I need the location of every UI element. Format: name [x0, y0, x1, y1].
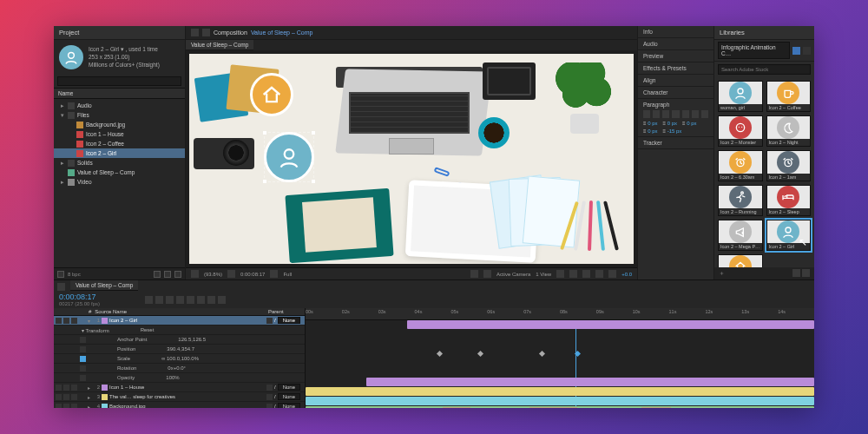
timeline-icon[interactable] — [595, 270, 603, 278]
timeline-layer-row[interactable]: ▸2Icon 1 – House/None — [54, 383, 305, 392]
current-time[interactable]: 0:00:08:17 — [240, 272, 265, 277]
mask-toggle-icon[interactable] — [483, 270, 491, 278]
timeline-timecode[interactable]: 0:00:08:17 — [59, 293, 100, 301]
composition-viewer[interactable] — [186, 50, 637, 267]
keyframe[interactable] — [437, 351, 443, 357]
library-asset[interactable]: Icon 1 – House — [718, 254, 763, 267]
lock-icon[interactable] — [202, 29, 210, 36]
snapshot-icon[interactable] — [270, 270, 278, 278]
layer-icon-girl-selected[interactable] — [264, 132, 314, 182]
new-comp-icon[interactable] — [154, 271, 161, 278]
library-asset[interactable]: Icon 2 – 6.30am — [718, 150, 763, 181]
views-dropdown[interactable]: 1 View — [536, 272, 551, 277]
fast-preview-icon[interactable] — [582, 270, 590, 278]
panel-header[interactable]: Character — [638, 87, 713, 99]
interpret-footage-icon[interactable] — [57, 271, 64, 278]
comp-name-link[interactable]: Value of Sleep – Comp — [251, 30, 312, 36]
shy-icon[interactable] — [176, 296, 184, 304]
comp-marker[interactable]: House Icon — [443, 407, 470, 408]
timeline-tab[interactable]: Value of Sleep – Comp — [70, 280, 138, 291]
timeline-layer-row[interactable]: Rotation0x+0.0° — [54, 364, 305, 373]
search-icon[interactable] — [145, 296, 153, 304]
library-asset[interactable]: Icon 2 – Girl — [766, 220, 811, 251]
new-folder-icon[interactable] — [164, 271, 171, 278]
graph-editor-icon[interactable] — [207, 296, 215, 304]
timeline-layer-row[interactable]: ▸3The val… sleep for creatives/None — [54, 392, 305, 402]
stopwatch-icon[interactable] — [80, 365, 86, 372]
libraries-tab[interactable]: Libraries — [714, 26, 814, 40]
frame-blend-icon[interactable] — [187, 296, 194, 304]
panel-header[interactable]: Info — [638, 26, 713, 38]
grid-view-icon[interactable] — [792, 47, 800, 55]
keyframe[interactable] — [539, 351, 545, 357]
timeline-layer-row[interactable]: Anchor Point126.5,126.5 — [54, 335, 305, 345]
project-item[interactable]: ▸Audio — [54, 101, 185, 110]
library-asset[interactable]: Icon 2 – Night — [766, 115, 811, 147]
tracker-panel-header[interactable]: Tracker — [638, 137, 713, 149]
timeline-layer-row[interactable]: Position390.4,354.7 — [54, 345, 305, 354]
library-asset[interactable]: woman, girl — [718, 81, 763, 112]
resolution-dropdown[interactable]: Full — [283, 272, 292, 277]
library-asset[interactable]: Icon 2 – Mega P… — [718, 220, 763, 251]
layer-bar[interactable] — [306, 397, 814, 405]
comp-marker[interactable]: Wife (ring or wedding) — [529, 407, 577, 408]
align-button[interactable] — [701, 110, 708, 118]
panel-header[interactable]: Effects & Presets — [638, 62, 713, 75]
timeline-layer-row[interactable]: Opacity100% — [54, 373, 305, 383]
library-asset[interactable]: Icon 2 – Monster — [718, 115, 763, 147]
library-dropdown[interactable]: Infographic Animation C… — [718, 42, 790, 59]
brainstorm-icon[interactable] — [218, 296, 226, 304]
exposure-value[interactable]: +0.0 — [621, 272, 632, 277]
home-icon[interactable] — [191, 29, 199, 36]
grid-icon[interactable] — [470, 270, 478, 278]
project-column-name[interactable]: Name — [54, 88, 185, 99]
motion-blur-icon[interactable] — [197, 296, 205, 304]
lib-trash-icon[interactable] — [802, 269, 810, 277]
render-queue-icon[interactable] — [57, 283, 65, 291]
selection-handles[interactable] — [264, 132, 314, 182]
comp-tab[interactable]: Value of Sleep – Comp — [186, 40, 253, 50]
cloud-icon[interactable] — [792, 269, 800, 277]
stopwatch-icon[interactable] — [80, 337, 86, 343]
timeline-layer-row[interactable]: ▾1Icon 2 – Girl/None — [54, 316, 305, 326]
project-item[interactable]: Icon 1 – House — [54, 129, 185, 139]
time-ruler[interactable]: 00s02s03s04s05s06s07s08s09s10s11s12s13s1… — [306, 308, 814, 320]
project-item[interactable]: Value of Sleep – Comp — [54, 168, 185, 177]
library-asset[interactable]: Icon 2 – Sleep — [766, 185, 811, 216]
library-asset[interactable]: Icon 2 – 1am — [766, 150, 811, 181]
layer-icon-house[interactable] — [250, 73, 293, 116]
panel-header[interactable]: Preview — [638, 50, 713, 62]
library-asset[interactable]: Icon 2 – Running — [718, 185, 763, 216]
comp-mini-flowchart-icon[interactable] — [155, 296, 163, 304]
align-button[interactable] — [692, 110, 699, 118]
list-view-icon[interactable] — [803, 47, 811, 55]
align-button[interactable] — [662, 110, 669, 118]
magnify-icon[interactable] — [191, 270, 199, 278]
panel-header[interactable]: Align — [638, 75, 713, 87]
timeline-layer-row[interactable]: ▾ TransformReset — [54, 326, 305, 335]
panel-header[interactable]: Audio — [638, 38, 713, 50]
zoom-value[interactable]: (93.8%) — [204, 272, 222, 277]
pixel-aspect-icon[interactable] — [569, 270, 577, 278]
draft3d-icon[interactable] — [166, 296, 174, 304]
add-content-icon[interactable]: ＋ — [719, 269, 725, 278]
layer-bar[interactable] — [366, 378, 814, 386]
project-search-input[interactable] — [57, 76, 181, 86]
library-search-input[interactable]: Search Adobe Stock — [718, 64, 811, 75]
project-item[interactable]: Background.jpg — [54, 120, 185, 129]
comp-marker[interactable]: Mega Phone — [641, 407, 671, 408]
timeline-tracks[interactable]: 00s02s03s04s05s06s07s08s09s10s11s12s13s1… — [306, 308, 814, 408]
align-button[interactable] — [672, 110, 679, 118]
resolution-icon[interactable] — [227, 270, 235, 278]
align-button[interactable] — [653, 110, 660, 118]
trash-icon[interactable] — [174, 271, 181, 278]
align-button[interactable] — [682, 110, 689, 118]
stopwatch-icon[interactable] — [80, 346, 86, 352]
project-item[interactable]: ▸Video — [54, 177, 185, 187]
timeline-layer-row[interactable]: ▸4Background.jpg/None — [54, 402, 305, 408]
stopwatch-icon[interactable] — [80, 356, 86, 362]
camera-dropdown[interactable]: Active Camera — [496, 272, 530, 277]
flowchart-icon[interactable] — [608, 270, 616, 278]
project-item[interactable]: ▾Files — [54, 110, 185, 120]
library-asset[interactable]: Icon 2 – Coffee — [766, 81, 811, 112]
